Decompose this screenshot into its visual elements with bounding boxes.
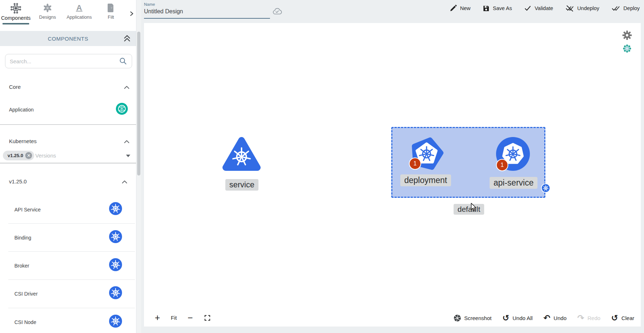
check-icon — [524, 5, 531, 12]
designs-pinwheel-icon — [42, 3, 53, 13]
undeploy-button-label: Undeploy — [577, 5, 599, 11]
svg-text:v: v — [111, 6, 113, 9]
tab-applications-label: Applications — [67, 14, 92, 20]
redo-button[interactable]: ↷ Redo — [577, 314, 600, 322]
clear-button[interactable]: ↺ Clear — [611, 314, 634, 322]
name-field-underline — [144, 18, 270, 19]
tab-scroll-right-chevron[interactable] — [129, 11, 135, 17]
version-chip-remove-icon[interactable]: ✕ — [25, 152, 32, 159]
filters-file-icon: v — [107, 3, 115, 13]
application-component-icon[interactable] — [116, 102, 128, 115]
section-core-collapse-icon[interactable] — [123, 85, 130, 90]
save-as-button[interactable]: Save As — [483, 5, 512, 12]
tab-components[interactable]: Components — [0, 0, 32, 21]
deploy-double-check-icon — [612, 5, 620, 12]
search-icon[interactable] — [119, 57, 127, 65]
fullscreen-icon[interactable] — [204, 314, 211, 321]
tab-filters-label: Filt — [108, 14, 114, 20]
collapse-panel-icon[interactable] — [123, 34, 131, 43]
floppy-disk-icon — [483, 5, 490, 12]
component-application-label: Application — [9, 107, 34, 113]
tab-components-label: Components — [1, 15, 31, 21]
validate-button-label: Validate — [535, 5, 553, 11]
design-canvas[interactable]: service 1 deployment 1 api-service defau… — [144, 23, 641, 327]
tab-applications[interactable]: A Applications — [63, 0, 95, 20]
zoom-in-button[interactable]: + — [155, 313, 160, 322]
component-csi-node-label: CSI Node — [14, 319, 36, 325]
clear-button-label: Clear — [621, 315, 634, 321]
divider — [8, 308, 135, 308]
undo-button[interactable]: ↶ Undo — [544, 314, 567, 322]
sidebar: Components Designs A — [0, 0, 136, 333]
tab-filters[interactable]: v Filt — [95, 0, 127, 20]
version-chip[interactable]: v1.25.0 ✕ — [3, 151, 34, 160]
divider — [8, 251, 135, 252]
component-csi-driver-label: CSI Driver — [14, 291, 38, 297]
section-version-collapse-icon[interactable] — [121, 179, 128, 184]
api-service-badge: 1 — [496, 159, 508, 171]
fit-button[interactable]: Fit — [171, 315, 177, 321]
deploy-button[interactable]: Deploy — [612, 5, 640, 12]
component-api-service-label: API Service — [14, 207, 41, 213]
design-name-input[interactable] — [144, 8, 269, 15]
deploy-button-label: Deploy — [623, 5, 640, 11]
new-button-label: New — [460, 5, 470, 11]
redo-button-label: Redo — [587, 315, 600, 321]
service-node-icon[interactable] — [221, 135, 262, 175]
csi-node-k8s-icon[interactable] — [109, 314, 122, 328]
binding-k8s-icon[interactable] — [109, 230, 122, 243]
divider — [0, 124, 136, 125]
name-field-label: Name — [144, 2, 269, 6]
history-toolbar: Screenshot ↺ Undo All ↶ Undo ↷ Redo ↺ Cl… — [454, 314, 634, 322]
undo-button-label: Undo — [554, 315, 567, 321]
panel-title: COMPONENTS — [48, 36, 89, 42]
section-core-label: Core — [9, 84, 21, 90]
broker-k8s-icon[interactable] — [109, 258, 122, 272]
divider — [8, 279, 135, 280]
canvas-settings-gear-icon[interactable] — [622, 30, 632, 40]
tab-designs-label: Designs — [39, 14, 56, 20]
shutter-icon — [454, 314, 461, 322]
section-kubernetes-collapse-icon[interactable] — [123, 139, 130, 144]
csi-driver-k8s-icon[interactable] — [109, 286, 122, 300]
kubernetes-cluster-icon[interactable] — [623, 44, 631, 53]
undo-icon: ↶ — [544, 314, 550, 322]
design-name-field: Name — [144, 2, 269, 15]
api-service-k8s-icon[interactable] — [109, 202, 122, 215]
cloud-saved-icon — [272, 7, 282, 15]
undo-all-button-label: Undo All — [513, 315, 533, 321]
api-service-node-label[interactable]: api-service — [490, 177, 537, 189]
component-broker-label: Broker — [14, 263, 29, 269]
tab-designs[interactable]: Designs — [32, 0, 63, 20]
service-node-label[interactable]: service — [225, 179, 258, 191]
undeploy-button[interactable]: Undeploy — [566, 5, 599, 12]
component-binding-label: Binding — [14, 235, 31, 241]
new-button[interactable]: New — [450, 5, 470, 12]
validate-button[interactable]: Validate — [524, 5, 553, 12]
deployment-badge: 1 — [409, 158, 421, 170]
components-panel-header: COMPONENTS — [0, 31, 136, 46]
sidebar-scrollbar[interactable] — [136, 0, 141, 333]
namespace-group-label[interactable]: default — [454, 204, 484, 215]
divider — [8, 223, 135, 224]
undo-all-icon: ↺ — [502, 314, 509, 322]
undo-all-button[interactable]: ↺ Undo All — [502, 314, 532, 322]
save-as-button-label: Save As — [493, 5, 512, 11]
group-k8s-handle-icon[interactable] — [541, 183, 550, 193]
screenshot-button[interactable]: Screenshot — [454, 314, 492, 322]
top-action-bar: New Save As Validate Undeploy Deploy — [450, 5, 640, 12]
deployment-node-label[interactable]: deployment — [400, 174, 451, 186]
search-input[interactable] — [10, 58, 119, 64]
scrollbar-thumb[interactable] — [137, 32, 140, 175]
version-chip-label: v1.25.0 — [8, 153, 23, 158]
clear-icon: ↺ — [611, 314, 618, 322]
versions-placeholder: Versions — [35, 152, 56, 159]
zoom-toolbar: + Fit − — [155, 313, 211, 322]
zoom-out-button[interactable]: − — [188, 313, 193, 322]
versions-dropdown-caret-icon[interactable] — [126, 155, 130, 157]
screenshot-button-label: Screenshot — [464, 315, 492, 321]
sidebar-tabbar: Components Designs A — [0, 0, 136, 29]
active-tab-indicator — [3, 23, 29, 24]
components-chip-icon — [10, 3, 21, 14]
applications-icon: A — [74, 3, 84, 13]
